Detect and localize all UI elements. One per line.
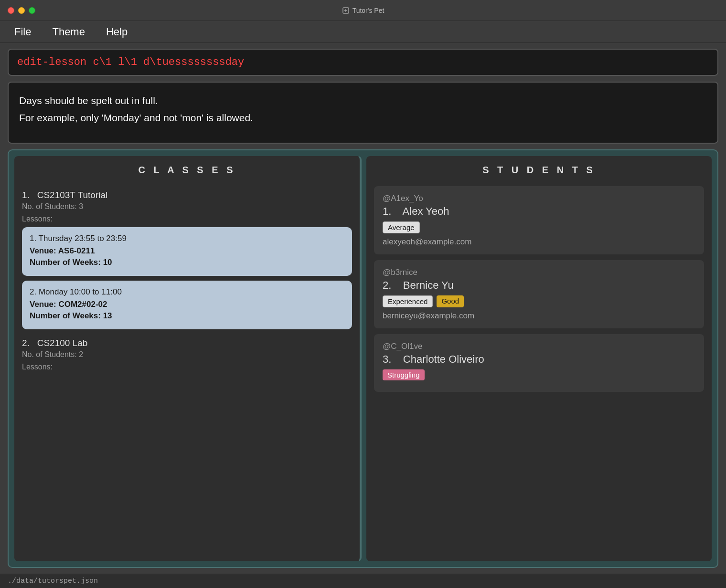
menu-help[interactable]: Help <box>103 24 130 40</box>
close-button[interactable] <box>8 7 14 14</box>
student-name-1: 1. Alex Yeoh <box>383 205 695 218</box>
student-email-1: alexyeoh@example.com <box>383 237 695 247</box>
message-line-2: For example, only 'Monday' and not 'mon'… <box>19 109 707 126</box>
tag-struggling-3: Struggling <box>383 369 425 380</box>
menu-file[interactable]: File <box>11 24 34 40</box>
student-handle-1: @A1ex_Yo <box>383 194 695 203</box>
panels-container: C L A S S E S 1. CS2103T Tutorial No. of… <box>8 149 718 568</box>
class-student-count-1: No. of Students: 3 <box>22 202 352 211</box>
tag-experienced-2: Experienced <box>383 295 433 307</box>
app-title: Tutor's Pet <box>342 7 384 14</box>
lesson-card-1-2: 2. Monday 10:00 to 11:00 Venue: COM2#02-… <box>22 281 352 329</box>
lesson-card-1-1: 1. Thursday 23:55 to 23:59 Venue: AS6-02… <box>22 227 352 276</box>
class-title-2: 2. CS2100 Lab <box>22 334 352 348</box>
title-bar: Tutor's Pet <box>0 0 726 21</box>
student-handle-2: @b3rnice <box>383 268 695 277</box>
menu-bar: File Theme Help <box>0 21 726 43</box>
student-card-2: @b3rnice 2. Bernice Yu Experienced Good … <box>374 260 704 328</box>
students-panel: S T U D E N T S @A1ex_Yo 1. Alex Yeoh Av… <box>366 156 712 561</box>
class-card-1: 1. CS2103T Tutorial No. of Students: 3 L… <box>22 186 352 329</box>
student-handle-3: @C_Ol1ve <box>383 342 695 351</box>
classes-panel-body[interactable]: 1. CS2103T Tutorial No. of Students: 3 L… <box>14 182 360 561</box>
command-bar: edit-lesson c\1 l\1 d\tuessssssssday <box>8 49 718 76</box>
students-panel-header: S T U D E N T S <box>366 156 712 182</box>
menu-theme[interactable]: Theme <box>49 24 87 40</box>
lesson-weeks-1-2: Number of Weeks: 13 <box>30 311 344 321</box>
student-name-2: 2. Bernice Yu <box>383 279 695 292</box>
class-title-1: 1. CS2103T Tutorial <box>22 186 352 200</box>
student-email-2: berniceyu@example.com <box>383 311 695 321</box>
message-area: Days should be spelt out in full. For ex… <box>8 82 718 144</box>
lesson-weeks-1-1: Number of Weeks: 10 <box>30 258 344 267</box>
lessons-label-2: Lessons: <box>22 363 352 371</box>
lessons-label-1: Lessons: <box>22 215 352 223</box>
student-name-3: 3. Charlotte Oliveiro <box>383 353 695 366</box>
maximize-button[interactable] <box>29 7 35 14</box>
student-tags-1: Average <box>383 221 695 233</box>
students-panel-body[interactable]: @A1ex_Yo 1. Alex Yeoh Average alexyeoh@e… <box>366 182 712 561</box>
message-line-1: Days should be spelt out in full. <box>19 92 707 109</box>
minimize-button[interactable] <box>18 7 25 14</box>
classes-panel: C L A S S E S 1. CS2103T Tutorial No. of… <box>14 156 362 561</box>
app-icon <box>342 7 350 14</box>
status-bar: ./data/tutorspet.json <box>0 574 726 588</box>
student-card-3: @C_Ol1ve 3. Charlotte Oliveiro Strugglin… <box>374 334 704 392</box>
command-text: edit-lesson c\1 l\1 d\tuessssssssday <box>17 56 244 68</box>
student-card-1: @A1ex_Yo 1. Alex Yeoh Average alexyeoh@e… <box>374 186 704 254</box>
lesson-venue-1-1: Venue: AS6-0211 <box>30 246 344 256</box>
student-tags-2: Experienced Good <box>383 295 695 307</box>
lesson-time-1-2: 2. Monday 10:00 to 11:00 <box>30 287 344 297</box>
tag-good-2: Good <box>437 295 464 307</box>
classes-panel-header: C L A S S E S <box>14 156 360 182</box>
window-controls <box>8 7 35 14</box>
tag-average-1: Average <box>383 221 420 233</box>
main-content: edit-lesson c\1 l\1 d\tuessssssssday Day… <box>0 43 726 574</box>
student-tags-3: Struggling <box>383 369 695 380</box>
class-student-count-2: No. of Students: 2 <box>22 350 352 359</box>
lesson-venue-1-2: Venue: COM2#02-02 <box>30 300 344 309</box>
lesson-time-1-1: 1. Thursday 23:55 to 23:59 <box>30 234 344 243</box>
status-text: ./data/tutorspet.json <box>8 577 98 585</box>
class-card-2: 2. CS2100 Lab No. of Students: 2 Lessons… <box>22 334 352 371</box>
